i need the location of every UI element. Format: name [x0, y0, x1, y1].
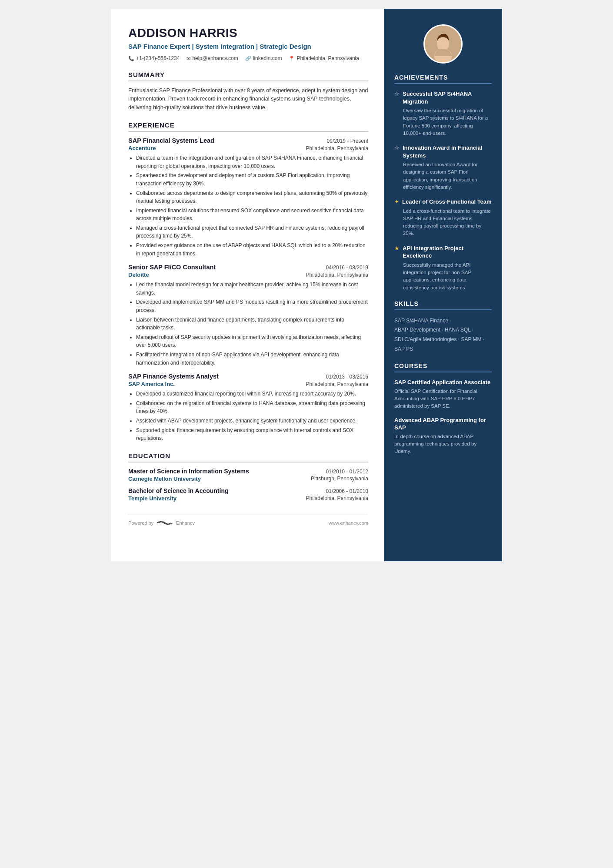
achievement-4: ★ API Integration Project Excellence Suc… — [394, 245, 492, 292]
achievement-1: ☆ Successful SAP S/4HANA Migration Overs… — [394, 90, 492, 137]
job-1: SAP Financial Systems Lead 09/2019 - Pre… — [128, 137, 368, 258]
achievement-2-desc: Received an Innovation Award for designi… — [394, 161, 492, 191]
summary-section: SUMMARY Enthusiastic SAP Finance Profess… — [128, 71, 368, 112]
achievement-1-title: Successful SAP S/4HANA Migration — [403, 90, 492, 105]
header: ADDISON HARRIS SAP Finance Expert | Syst… — [128, 26, 368, 61]
avatar-area — [394, 24, 492, 64]
job-3-date: 01/2013 - 03/2016 — [326, 374, 368, 380]
achievement-2-star-icon: ☆ — [394, 144, 400, 151]
bullet: Led the financial model redesign for a m… — [136, 281, 368, 297]
summary-title: SUMMARY — [128, 71, 368, 81]
bullet: Provided expert guidance on the use of A… — [136, 241, 368, 258]
email-contact: ✉ help@enhancv.com — [187, 55, 238, 61]
achievement-1-star-icon: ☆ — [394, 90, 400, 97]
education-title: EDUCATION — [128, 452, 368, 462]
job-3: SAP Finance Systems Analyst 01/2013 - 03… — [128, 373, 368, 442]
bullet: Liaison between technical and finance de… — [136, 316, 368, 332]
phone-icon: 📞 — [128, 56, 134, 61]
avatar — [423, 24, 463, 64]
location-value: Philadelphia, Pennsylvania — [297, 55, 359, 61]
achievement-3-title: Leader of Cross-Functional Team — [402, 198, 492, 206]
achievements-title: ACHIEVEMENTS — [394, 74, 492, 84]
location-contact: 📍 Philadelphia, Pennsylvania — [289, 55, 359, 61]
achievement-4-star-icon: ★ — [394, 245, 400, 251]
course-2-desc: In-depth course on advanced ABAP program… — [394, 433, 492, 456]
job-2-date: 04/2016 - 08/2019 — [326, 265, 368, 271]
bullet: Facilitated the integration of non-SAP a… — [136, 351, 368, 367]
course-1-desc: Official SAP Certification for Financial… — [394, 388, 492, 410]
bullet: Implemented financial solutions that ens… — [136, 207, 368, 223]
phone-value: +1-(234)-555-1234 — [136, 55, 180, 61]
degree-1-location: Pittsburgh, Pennsylvania — [311, 476, 368, 482]
bullet: Managed a cross-functional project that … — [136, 224, 368, 240]
job-2-title: Senior SAP FI/CO Consultant — [128, 264, 216, 271]
course-1: SAP Certified Application Associate Offi… — [394, 379, 492, 410]
job-3-bullets: Developed a customized financial reporti… — [128, 390, 368, 442]
job-3-company: SAP America Inc. — [128, 381, 175, 387]
footer-powered: Powered by Enhancv — [128, 519, 195, 526]
avatar-image — [425, 24, 461, 64]
achievement-2: ☆ Innovation Award in Financial Systems … — [394, 144, 492, 191]
skills-section: SKILLS SAP S/4HANA Finance · ABAP Develo… — [394, 300, 492, 354]
course-2: Advanced ABAP Programming for SAP In-dep… — [394, 416, 492, 456]
job-2-company: Deloitte — [128, 271, 149, 278]
job-1-title: SAP Financial Systems Lead — [128, 137, 214, 144]
education-section: EDUCATION Master of Science in Informati… — [128, 452, 368, 502]
bullet: Developed and implemented SAP MM and PS … — [136, 298, 368, 314]
experience-section: EXPERIENCE SAP Financial Systems Lead 09… — [128, 121, 368, 442]
bullet: Collaborated across departments to desig… — [136, 189, 368, 205]
linkedin-value: linkedin.com — [253, 55, 282, 61]
bullet: Spearheaded the development and deployme… — [136, 171, 368, 188]
job-3-title: SAP Finance Systems Analyst — [128, 373, 219, 380]
job-1-bullets: Directed a team in the integration and c… — [128, 154, 368, 258]
linkedin-contact: 🔗 linkedin.com — [245, 55, 282, 61]
bullet: Assisted with ABAP development projects,… — [136, 417, 368, 425]
bullet: Managed rollout of SAP security updates … — [136, 333, 368, 349]
achievements-section: ACHIEVEMENTS ☆ Successful SAP S/4HANA Mi… — [394, 74, 492, 292]
email-value: help@enhancv.com — [192, 55, 238, 61]
bullet: Developed a customized financial reporti… — [136, 390, 368, 398]
degree-1-school: Carnegie Mellon University — [128, 476, 201, 482]
skills-title: SKILLS — [394, 300, 492, 310]
brand-name: Enhancv — [176, 520, 195, 526]
job-1-location: Philadelphia, Pennsylvania — [306, 145, 368, 151]
achievement-3: ✦ Leader of Cross-Functional Team Led a … — [394, 198, 492, 238]
phone-contact: 📞 +1-(234)-555-1234 — [128, 55, 180, 61]
achievement-1-desc: Oversaw the successful migration of lega… — [394, 107, 492, 137]
contact-row: 📞 +1-(234)-555-1234 ✉ help@enhancv.com 🔗… — [128, 55, 368, 61]
skills-line-4: SAP PS — [394, 346, 413, 352]
candidate-name: ADDISON HARRIS — [128, 26, 368, 40]
skills-line-3: SDLC/Agile Methodologies · SAP MM · — [394, 336, 484, 342]
enhancv-logo-icon — [156, 519, 173, 526]
degree-2-date: 01/2006 - 01/2010 — [326, 488, 368, 494]
skills-line-1: SAP S/4HANA Finance · — [394, 318, 451, 324]
degree-2-location: Philadelphia, Pennsylvania — [306, 495, 368, 502]
courses-title: COURSES — [394, 362, 492, 372]
achievement-3-star-icon: ✦ — [394, 198, 399, 205]
degree-2-school: Temple University — [128, 495, 177, 502]
job-2-bullets: Led the financial model redesign for a m… — [128, 281, 368, 367]
job-2: Senior SAP FI/CO Consultant 04/2016 - 08… — [128, 264, 368, 367]
bullet: Collaborated on the migration of financi… — [136, 399, 368, 416]
job-1-company: Accenture — [128, 145, 156, 151]
experience-title: EXPERIENCE — [128, 121, 368, 132]
linkedin-icon: 🔗 — [245, 56, 251, 61]
resume-container: ADDISON HARRIS SAP Finance Expert | Syst… — [111, 9, 502, 561]
left-column: ADDISON HARRIS SAP Finance Expert | Syst… — [111, 9, 384, 561]
bullet: Supported global finance requirements by… — [136, 426, 368, 442]
degree-1: Master of Science in Information Systems… — [128, 468, 368, 482]
degree-2: Bachelor of Science in Accounting 01/200… — [128, 487, 368, 502]
achievement-2-title: Innovation Award in Financial Systems — [403, 144, 492, 159]
course-1-title: SAP Certified Application Associate — [394, 379, 492, 386]
skills-text: SAP S/4HANA Finance · ABAP Development ·… — [394, 316, 492, 354]
footer: Powered by Enhancv www.enhancv.com — [128, 515, 368, 526]
degree-1-date: 01/2010 - 01/2012 — [326, 469, 368, 475]
achievement-4-desc: Successfully managed the API integration… — [394, 261, 492, 292]
footer-url: www.enhancv.com — [329, 520, 368, 526]
courses-section: COURSES SAP Certified Application Associ… — [394, 362, 492, 455]
achievement-4-title: API Integration Project Excellence — [403, 245, 492, 260]
degree-1-title: Master of Science in Information Systems — [128, 468, 249, 475]
course-2-title: Advanced ABAP Programming for SAP — [394, 416, 492, 432]
powered-by-label: Powered by — [128, 520, 153, 526]
skills-line-2: ABAP Development · HANA SQL · — [394, 327, 473, 333]
